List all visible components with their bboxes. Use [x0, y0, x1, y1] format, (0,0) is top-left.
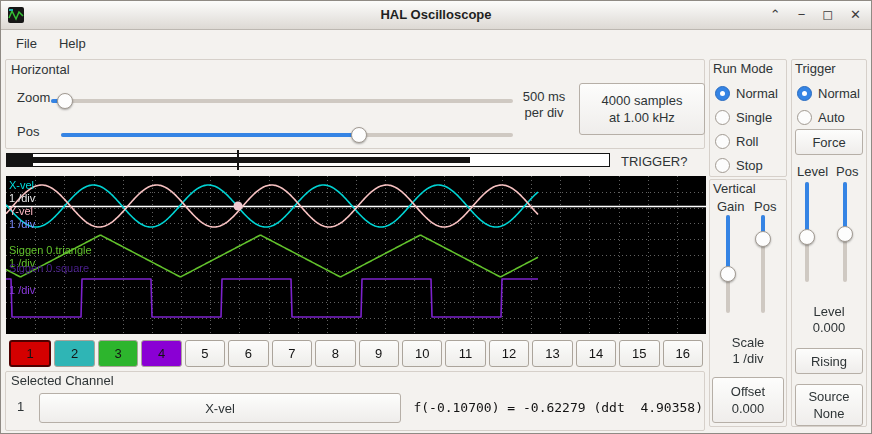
selected-channel-title: Selected Channel [11, 373, 114, 388]
selected-channel-name: X-vel [205, 400, 235, 417]
channel-button-7[interactable]: 7 [272, 340, 312, 367]
channel-button-4[interactable]: 4 [141, 340, 181, 367]
gain-label: Gain [717, 199, 744, 214]
scope-canvas [6, 176, 706, 334]
offset-value: 0.000 [732, 400, 765, 417]
radio-label: Roll [736, 134, 758, 149]
scale-value: 1 /div [709, 351, 787, 367]
trigger-pos-label: Pos [836, 164, 858, 179]
force-button[interactable]: Force [795, 129, 863, 155]
run-mode-option-normal[interactable]: Normal [715, 81, 778, 105]
menu-file[interactable]: File [5, 32, 48, 55]
trigger-pos-slider[interactable] [837, 182, 853, 282]
channel-button-2[interactable]: 2 [54, 340, 94, 367]
offset-label: Offset [731, 383, 765, 400]
trigger-mode-option-auto[interactable]: Auto [797, 105, 860, 129]
per-div-line1: 500 ms [513, 89, 575, 105]
slider-fill [61, 133, 359, 137]
radio-icon [715, 134, 730, 149]
channel-button-9[interactable]: 9 [359, 340, 399, 367]
vertical-pos-slider[interactable] [755, 215, 771, 313]
slider-handle[interactable] [351, 127, 367, 143]
channel-buttons: 12345678910111213141516 [9, 340, 703, 367]
trigger-title: Trigger [795, 61, 836, 76]
radio-icon [715, 86, 730, 101]
run-mode-option-single[interactable]: Single [715, 105, 778, 129]
pos-label: Pos [17, 124, 39, 139]
trigger-level-label: Level [797, 164, 828, 179]
trigger-mode-option-normal[interactable]: Normal [797, 81, 860, 105]
channel-value-readout: f(-0.10700) = -0.62279 (ddt 4.90358) [403, 400, 703, 415]
per-div-line2: per div [513, 105, 575, 121]
channel-button-1[interactable]: 1 [9, 340, 51, 367]
run-mode-option-stop[interactable]: Stop [715, 153, 778, 177]
horizontal-title: Horizontal [11, 62, 70, 77]
window-title: HAL Oscilloscope [1, 7, 871, 22]
run-mode-options: NormalSingleRollStop [715, 81, 778, 177]
maximize-button[interactable]: ◻ [822, 1, 833, 29]
menu-help[interactable]: Help [48, 32, 97, 55]
titlebar: HAL Oscilloscope ⌃ − ◻ ✕ [1, 1, 871, 30]
pos-slider[interactable] [61, 127, 513, 143]
channel-button-8[interactable]: 8 [315, 340, 355, 367]
trigger-level-readout-value: 0.000 [791, 320, 867, 336]
gain-slider[interactable] [720, 215, 736, 313]
samples-line1: 4000 samples [602, 92, 683, 109]
radio-label: Auto [818, 110, 845, 125]
selected-channel-name-button[interactable]: X-vel [39, 393, 401, 423]
selected-channel-number: 1 [17, 399, 24, 414]
scale-label: Scale [709, 335, 787, 351]
vertical-title: Vertical [713, 181, 756, 196]
minimize-button[interactable]: − [798, 1, 806, 29]
channel-button-3[interactable]: 3 [98, 340, 138, 367]
radio-label: Stop [736, 158, 763, 173]
app-window: HAL Oscilloscope ⌃ − ◻ ✕ File Help Horiz… [0, 0, 872, 434]
timeline-window-bar[interactable] [33, 157, 470, 163]
slider-handle[interactable] [57, 93, 73, 109]
timeline-left-cap [7, 154, 33, 166]
per-div-label: 500 ms per div [513, 89, 575, 121]
trigger-level-readout-label: Level [791, 304, 867, 320]
offset-button[interactable]: Offset 0.000 [712, 377, 784, 423]
samples-button[interactable]: 4000 samples at 1.00 kHz [579, 83, 705, 135]
channel-button-16[interactable]: 16 [663, 340, 703, 367]
samples-line2: at 1.00 kHz [609, 109, 675, 126]
run-mode-option-roll[interactable]: Roll [715, 129, 778, 153]
window-controls: ⌃ − ◻ ✕ [770, 1, 861, 29]
slider-fill [726, 215, 730, 274]
slider-trough [51, 99, 513, 103]
channel-button-12[interactable]: 12 [489, 340, 529, 367]
source-button[interactable]: Source None [795, 384, 863, 426]
trigger-level-readout: Level 0.000 [791, 304, 867, 336]
trigger-level-slider[interactable] [799, 182, 815, 282]
channel-button-6[interactable]: 6 [228, 340, 268, 367]
radio-icon [797, 110, 812, 125]
slider-handle[interactable] [837, 226, 853, 242]
slider-handle[interactable] [755, 231, 771, 247]
radio-icon [715, 110, 730, 125]
run-mode-title: Run Mode [713, 61, 773, 76]
radio-label: Normal [736, 86, 778, 101]
channel-button-15[interactable]: 15 [619, 340, 659, 367]
trigger-question-label: TRIGGER? [621, 154, 687, 169]
channel-button-14[interactable]: 14 [576, 340, 616, 367]
source-line1: Source [808, 388, 849, 405]
radio-label: Normal [818, 86, 860, 101]
radio-icon [715, 158, 730, 173]
timeline-trigger-marker[interactable] [237, 150, 239, 170]
zoom-slider[interactable] [51, 93, 513, 109]
close-button[interactable]: ✕ [850, 1, 861, 29]
menubar: File Help [1, 30, 871, 56]
radio-icon [797, 86, 812, 101]
channel-button-13[interactable]: 13 [532, 340, 572, 367]
slider-handle[interactable] [720, 266, 736, 282]
scale-cell: Scale 1 /div [709, 335, 787, 367]
channel-button-11[interactable]: 11 [445, 340, 485, 367]
channel-button-5[interactable]: 5 [185, 340, 225, 367]
shade-button[interactable]: ⌃ [770, 1, 781, 29]
timeline-bar[interactable] [6, 153, 610, 167]
scope-display: X-vel1 /divY-vel1 /divSiggen 0.triangle1… [6, 176, 706, 334]
rising-button[interactable]: Rising [795, 348, 863, 374]
channel-button-10[interactable]: 10 [402, 340, 442, 367]
slider-handle[interactable] [799, 229, 815, 245]
